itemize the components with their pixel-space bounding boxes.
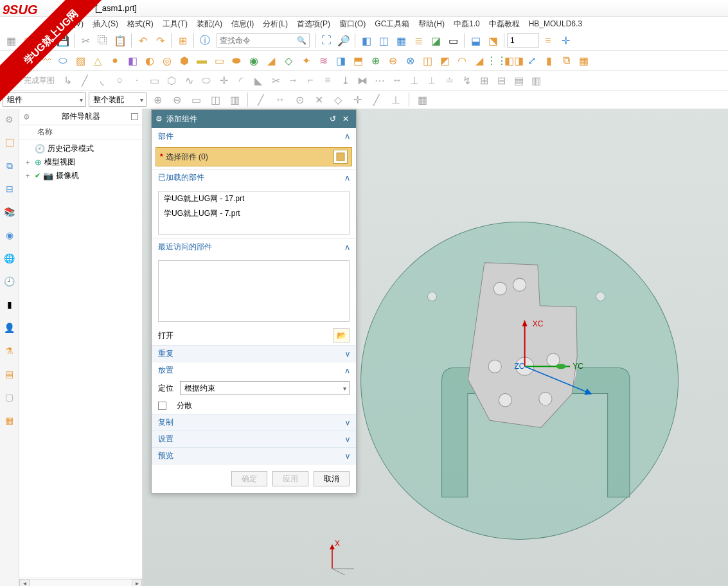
sel-tool2-icon[interactable]: ⊖ bbox=[168, 91, 185, 108]
panel-gear-icon[interactable]: ⚙ bbox=[23, 112, 30, 121]
tree-node-history[interactable]: 🕘 历史记录模式 bbox=[19, 142, 142, 155]
dim-icon[interactable]: ↔ bbox=[389, 72, 405, 89]
section-parts[interactable]: 部件 ʌ bbox=[152, 128, 356, 145]
font-a-icon[interactable]: A bbox=[3, 52, 19, 69]
offset-surf-icon[interactable]: ≋ bbox=[315, 52, 332, 69]
list-item[interactable]: 学UG就上UG网 - 17.prt bbox=[159, 191, 349, 206]
layer-icon[interactable]: ≣ bbox=[410, 32, 427, 49]
redo-icon[interactable]: ↷ bbox=[152, 32, 168, 49]
loaded-parts-list[interactable]: 学UG就上UG网 - 17.prt 学UG就上UG网 - 7.prt bbox=[158, 191, 350, 235]
reuse-library-icon[interactable]: 📚 bbox=[3, 205, 17, 219]
misc3-icon[interactable]: ▤ bbox=[510, 72, 527, 89]
hd3d-icon[interactable]: ◉ bbox=[3, 228, 17, 242]
pad-icon[interactable]: ▬ bbox=[193, 52, 210, 69]
edit-section-icon[interactable]: ⬔ bbox=[484, 32, 501, 49]
spline-icon[interactable]: ∿ bbox=[181, 72, 197, 89]
swatch-icon[interactable]: ▭ bbox=[445, 32, 461, 49]
snap-end-icon[interactable]: ╱ bbox=[253, 91, 269, 108]
view-section-icon[interactable]: ⬓ bbox=[467, 32, 484, 49]
dialog-reset-icon[interactable]: ↺ bbox=[326, 114, 339, 123]
menu-tools[interactable]: 工具(T) bbox=[163, 19, 188, 30]
sew-icon[interactable]: ⧉ bbox=[558, 52, 574, 69]
chamfer2-icon[interactable]: ◣ bbox=[250, 72, 267, 89]
cut-icon[interactable]: ✂ bbox=[77, 32, 94, 49]
ellipse-icon[interactable]: ⬭ bbox=[198, 72, 215, 89]
menu-assembly[interactable]: 装配(A) bbox=[197, 19, 222, 30]
copy-icon[interactable]: ⿻ bbox=[94, 32, 111, 49]
offset-icon[interactable]: ≡ bbox=[319, 72, 336, 89]
split-body-icon[interactable]: ⬒ bbox=[350, 52, 366, 69]
sel-tool1-icon[interactable]: ⊕ bbox=[149, 91, 166, 108]
trim-icon[interactable]: ✂ bbox=[267, 72, 284, 89]
style-icon[interactable]: ▦ bbox=[393, 32, 409, 49]
sphere-icon[interactable]: ● bbox=[107, 52, 123, 69]
menu-zltut[interactable]: 中磊教程 bbox=[489, 19, 520, 30]
section-placement[interactable]: 放置 ʌ bbox=[152, 362, 356, 378]
snap-ctr-icon[interactable]: ⊙ bbox=[291, 91, 308, 108]
shell-icon[interactable]: ◫ bbox=[419, 52, 436, 69]
expand-icon[interactable]: + bbox=[23, 172, 32, 181]
web-browser-icon[interactable]: 🌐 bbox=[3, 251, 17, 265]
misc4-icon[interactable]: ▥ bbox=[528, 72, 544, 89]
datum-csys-icon[interactable]: ✦ bbox=[297, 52, 314, 69]
cone-icon[interactable]: △ bbox=[89, 52, 106, 69]
list-item[interactable]: 学UG就上UG网 - 7.prt bbox=[159, 206, 349, 221]
misc1-icon[interactable]: ⊞ bbox=[475, 72, 492, 89]
line-width-value[interactable]: 1 bbox=[507, 33, 539, 48]
layer-settings-icon[interactable]: ≡ bbox=[540, 32, 556, 49]
scroll-left-icon[interactable]: ◂ bbox=[19, 579, 30, 587]
dialog-gear-icon[interactable]: ⚙ bbox=[155, 114, 163, 123]
thicken-icon[interactable]: ▮ bbox=[540, 52, 557, 69]
show-constraints-icon[interactable]: ≐ bbox=[441, 72, 457, 89]
slot-icon[interactable]: ⬬ bbox=[228, 52, 245, 69]
shade-icon[interactable]: ◧ bbox=[358, 32, 375, 49]
curve-icon[interactable]: 〰 bbox=[37, 52, 54, 69]
dialog-titlebar[interactable]: ⚙ 添加组件 ↺ ✕ bbox=[152, 110, 356, 128]
ok-button[interactable]: 确定 bbox=[231, 471, 267, 486]
arc-icon[interactable]: ◟ bbox=[94, 72, 111, 89]
block-icon[interactable]: ▧ bbox=[72, 52, 89, 69]
menu-window[interactable]: 窗口(O) bbox=[339, 19, 366, 30]
chamfer-icon[interactable]: ◢ bbox=[471, 52, 488, 69]
tree-header-name[interactable]: 名称 bbox=[19, 125, 142, 139]
history-icon[interactable]: 🕘 bbox=[3, 274, 17, 289]
expand-icon[interactable]: + bbox=[23, 158, 32, 167]
extrude-icon[interactable]: ◧ bbox=[124, 52, 141, 69]
scatter-checkbox[interactable] bbox=[158, 402, 166, 410]
fit-icon[interactable]: ⛶ bbox=[318, 32, 335, 49]
extend-icon[interactable]: → bbox=[285, 72, 301, 89]
paste-icon[interactable]: 📋 bbox=[112, 32, 129, 49]
unite-icon[interactable]: ⊕ bbox=[367, 52, 384, 69]
line-icon[interactable]: ╱ bbox=[76, 72, 93, 89]
menu-format[interactable]: 格式(R) bbox=[127, 19, 154, 30]
auto-dim-icon[interactable]: ⟂ bbox=[423, 72, 440, 89]
constraint-navigator-icon[interactable]: ⊟ bbox=[3, 182, 17, 196]
command-finder-icon[interactable]: ⊞ bbox=[174, 32, 191, 49]
positioning-combo[interactable]: 根据约束 bbox=[180, 381, 350, 395]
info-window-icon[interactable]: ⓘ bbox=[197, 32, 213, 49]
wireframe-icon[interactable]: ◫ bbox=[375, 32, 392, 49]
tree-node-camera[interactable]: + ✔ 📷 摄像机 bbox=[19, 169, 142, 182]
corner-icon[interactable]: ⌐ bbox=[302, 72, 319, 89]
cylinder-icon[interactable]: ⬭ bbox=[55, 52, 71, 69]
menu-help[interactable]: 帮助(H) bbox=[418, 19, 445, 30]
open-file-icon[interactable]: 📂 bbox=[37, 32, 54, 49]
assembly-navigator-icon[interactable]: ⧉ bbox=[3, 159, 17, 173]
cross-icon[interactable]: ✛ bbox=[215, 72, 232, 89]
select-component-row[interactable]: * 选择部件 (0) bbox=[155, 147, 352, 166]
menu-analysis[interactable]: 分析(L) bbox=[263, 19, 288, 30]
sel-tool3-icon[interactable]: ▭ bbox=[188, 91, 204, 108]
rect-icon[interactable]: ▭ bbox=[146, 72, 163, 89]
subtract-icon[interactable]: ⊖ bbox=[384, 52, 401, 69]
cancel-button[interactable]: 取消 bbox=[314, 471, 350, 486]
custom1-icon[interactable]: ▢ bbox=[3, 390, 17, 404]
more-feature-icon[interactable]: ▦ bbox=[575, 52, 592, 69]
process-studio-icon[interactable]: ⚗ bbox=[3, 344, 17, 358]
menu-prefs[interactable]: 首选项(P) bbox=[297, 19, 330, 30]
menu-info[interactable]: 信息(I) bbox=[231, 19, 254, 30]
misc2-icon[interactable]: ⊟ bbox=[493, 72, 510, 89]
mfg-icon[interactable]: ▤ bbox=[3, 367, 17, 381]
tree-node-modelview[interactable]: + ⊕ 模型视图 bbox=[19, 155, 142, 169]
polygon-icon[interactable]: ⬡ bbox=[163, 72, 180, 89]
convert-icon[interactable]: ↯ bbox=[458, 72, 475, 89]
